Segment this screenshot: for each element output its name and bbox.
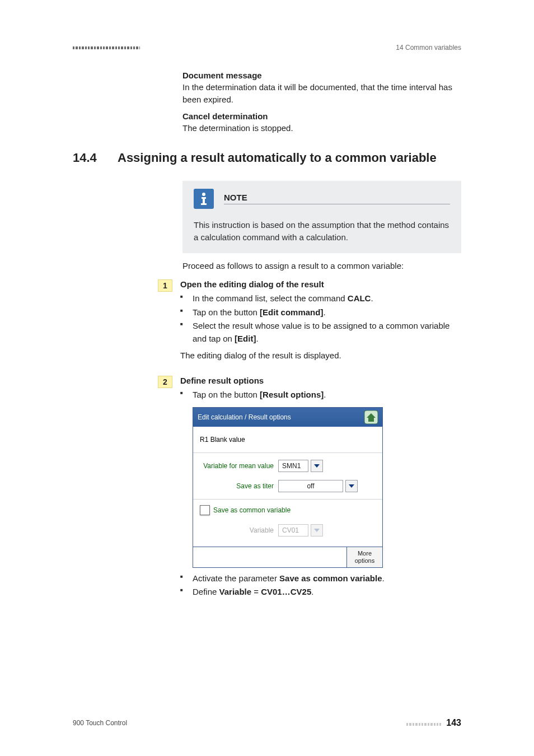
list-item: Activate the parameter Save as common va… <box>180 572 461 585</box>
post-dialog-bullets: Activate the parameter Save as common va… <box>180 572 461 599</box>
step-number: 1 <box>158 279 172 292</box>
document-message-heading: Document message <box>182 71 461 80</box>
footer-dashes <box>406 723 441 726</box>
chevron-down-icon[interactable] <box>345 480 358 492</box>
variable-field: CV01 <box>278 524 308 536</box>
svg-point-0 <box>202 193 205 196</box>
list-item: In the command list, select the command … <box>180 292 461 305</box>
chevron-down-icon <box>311 524 323 536</box>
variable-label: Variable <box>200 526 278 534</box>
dialog-r1-label: R1 Blank value <box>200 436 245 444</box>
section-title-text: Assigning a result automatically to a co… <box>118 150 461 166</box>
section-heading: 14.4 Assigning a result automatically to… <box>73 150 461 166</box>
result-options-dialog: Edit calculation / Result options R1 Bla… <box>193 407 383 568</box>
info-icon <box>194 189 214 209</box>
dialog-title-text: Edit calculation / Result options <box>198 413 291 421</box>
document-message-text: In the determination data it will be doc… <box>182 81 461 106</box>
header-dashes <box>73 46 140 49</box>
list-item: Define Variable = CV01…CV25. <box>180 586 461 599</box>
step-number: 2 <box>158 376 172 388</box>
note-text: This instruction is based on the assumpt… <box>194 219 450 244</box>
page-footer: 900 Touch Control 143 <box>73 718 461 728</box>
list-item: Tap on the button [Edit command]. <box>180 306 461 319</box>
note-box: NOTE This instruction is based on the as… <box>182 181 461 254</box>
section-number: 14.4 <box>73 150 118 166</box>
dialog-titlebar: Edit calculation / Result options <box>193 408 382 427</box>
home-icon[interactable] <box>364 410 378 424</box>
svg-rect-2 <box>203 197 205 204</box>
step-outcome: The editing dialog of the result is disp… <box>180 351 461 360</box>
cancel-determination-heading: Cancel determination <box>182 111 461 121</box>
breadcrumb: 14 Common variables <box>396 44 461 52</box>
product-name: 900 Touch Control <box>73 719 127 727</box>
svg-rect-3 <box>201 203 207 205</box>
save-as-common-variable-checkbox[interactable] <box>200 505 210 515</box>
step-2: 2 Define result options Tap on the butto… <box>158 376 461 604</box>
list-item: Tap on the button [Result options]. <box>180 389 461 402</box>
dialog-button-bar: Moreoptions <box>193 547 382 567</box>
save-as-common-variable-label: Save as common variable <box>213 506 291 514</box>
lead-text: Proceed as follows to assign a result to… <box>182 261 461 270</box>
save-as-titer-field[interactable]: off <box>278 480 343 492</box>
step-bullet-list: Tap on the button [Result options]. <box>180 389 461 402</box>
step-title: Open the editing dialog of the result <box>180 279 461 289</box>
more-options-button[interactable]: Moreoptions <box>346 547 382 567</box>
mean-value-field[interactable]: SMN1 <box>278 460 308 472</box>
chevron-down-icon[interactable] <box>311 460 323 472</box>
page-number: 143 <box>446 718 461 727</box>
footer-right: 143 <box>406 718 461 728</box>
list-item: Select the result whose value is to be a… <box>180 320 461 345</box>
note-label: NOTE <box>224 193 247 202</box>
cancel-determination-text: The determination is stopped. <box>182 122 461 134</box>
step-title: Define result options <box>180 376 461 385</box>
page-header: 14 Common variables <box>73 44 461 52</box>
step-1: 1 Open the editing dialog of the result … <box>158 279 461 371</box>
step-bullet-list: In the command list, select the command … <box>180 292 461 345</box>
mean-value-label: Variable for mean value <box>200 462 278 470</box>
save-as-titer-label: Save as titer <box>200 482 278 490</box>
